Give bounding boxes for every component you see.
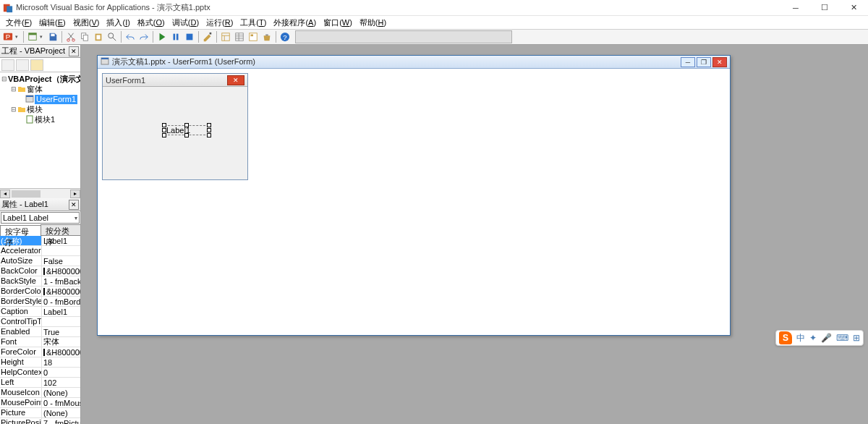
property-value[interactable]: 0 bbox=[42, 368, 80, 377]
child-close-button[interactable]: ✕ bbox=[712, 57, 727, 67]
reset-icon[interactable] bbox=[183, 30, 196, 43]
property-value[interactable]: 1 - fmBackSty bbox=[42, 276, 80, 286]
break-icon[interactable] bbox=[169, 30, 182, 43]
property-row[interactable]: PicturePositio7 - fmPicture bbox=[0, 418, 80, 424]
resize-handle[interactable] bbox=[207, 123, 211, 127]
property-row[interactable]: AutoSizeFalse bbox=[0, 256, 80, 266]
property-value[interactable]: False bbox=[42, 256, 80, 266]
property-row[interactable]: ControlTipText bbox=[0, 317, 80, 327]
help-icon[interactable]: ? bbox=[278, 30, 292, 43]
property-row[interactable]: HelpContextID0 bbox=[0, 368, 80, 378]
toolbox-icon[interactable] bbox=[260, 30, 273, 43]
ime-toolbar[interactable]: S 中 ✦ 🎤 ⌨ ⊞ bbox=[775, 330, 864, 346]
resize-handle[interactable] bbox=[184, 133, 189, 137]
property-value[interactable]: (None) bbox=[42, 388, 80, 397]
ime-softkb-button[interactable]: ⌨ bbox=[836, 333, 848, 343]
menu-d[interactable]: 调试(D) bbox=[169, 17, 202, 29]
tree-module1[interactable]: 模块1 bbox=[35, 115, 55, 124]
resize-handle[interactable] bbox=[162, 133, 166, 137]
menu-h[interactable]: 帮助(H) bbox=[357, 17, 389, 29]
label1-selection[interactable]: Label1 bbox=[162, 123, 211, 137]
properties-grid[interactable]: (名称)Label1AcceleratorAutoSizeFalseBackCo… bbox=[0, 236, 80, 424]
property-value[interactable]: 7 - fmPicture bbox=[42, 418, 80, 424]
resize-handle[interactable] bbox=[207, 133, 211, 137]
property-value[interactable]: 0 - fmBorderS bbox=[42, 297, 80, 306]
property-value[interactable]: 102 bbox=[42, 378, 80, 387]
menu-e[interactable]: 编辑(E) bbox=[36, 17, 69, 29]
property-row[interactable]: Picture(None) bbox=[0, 408, 80, 418]
property-value[interactable]: &H80000012& bbox=[42, 347, 80, 357]
property-row[interactable]: Height18 bbox=[0, 357, 80, 368]
window-maximize-button[interactable]: ☐ bbox=[810, 0, 839, 16]
property-value[interactable]: 18 bbox=[42, 357, 80, 367]
property-row[interactable]: MouseIcon(None) bbox=[0, 388, 80, 398]
menu-v[interactable]: 视图(V) bbox=[70, 17, 103, 29]
property-value[interactable]: (None) bbox=[42, 408, 80, 417]
property-row[interactable]: Font宋体 bbox=[0, 337, 80, 347]
ime-punct-button[interactable]: ✦ bbox=[809, 333, 817, 343]
save-icon[interactable] bbox=[46, 30, 59, 43]
userform-body[interactable]: Label1 bbox=[103, 87, 247, 179]
resize-handle[interactable] bbox=[162, 123, 166, 127]
menu-w[interactable]: 窗口(W) bbox=[320, 17, 355, 29]
resize-handle[interactable] bbox=[207, 128, 211, 132]
property-value[interactable]: &H8000000F& bbox=[42, 266, 80, 276]
property-value[interactable]: &H80000006& bbox=[42, 287, 80, 296]
project-hscrollbar[interactable]: ◂▸ bbox=[0, 188, 80, 198]
userform-canvas[interactable]: UserForm1 ✕ Label1 bbox=[102, 73, 248, 180]
view-object-icon[interactable] bbox=[16, 59, 29, 71]
property-row[interactable]: Left102 bbox=[0, 378, 80, 388]
run-icon[interactable] bbox=[156, 30, 169, 43]
paste-icon[interactable] bbox=[92, 30, 105, 43]
cut-icon[interactable] bbox=[64, 30, 77, 43]
designer-titlebar[interactable]: 演示文稿1.pptx - UserForm1 (UserForm) ─ ❐ ✕ bbox=[98, 56, 730, 69]
project-tree[interactable]: ⊟VBAProject（演示文稿 ⊟窗体 UserForm1 ⊟模块 模块1 bbox=[0, 72, 80, 188]
window-close-button[interactable]: ✕ bbox=[839, 0, 868, 16]
design-mode-icon[interactable] bbox=[201, 30, 214, 43]
ime-lang-button[interactable]: 中 bbox=[796, 332, 805, 344]
copy-icon[interactable] bbox=[78, 30, 91, 43]
tree-modules-folder[interactable]: 模块 bbox=[27, 105, 43, 114]
property-row[interactable]: BackStyle1 - fmBackSty bbox=[0, 276, 80, 287]
redo-icon[interactable] bbox=[137, 30, 150, 43]
insert-userform-icon[interactable] bbox=[26, 30, 39, 43]
tab-categorized[interactable]: 按分类序 bbox=[41, 224, 81, 235]
property-value[interactable]: True bbox=[42, 327, 80, 336]
view-powerpoint-icon[interactable]: P bbox=[1, 30, 14, 43]
project-panel-close-button[interactable]: ✕ bbox=[69, 46, 79, 56]
ime-logo-icon[interactable]: S bbox=[779, 331, 792, 344]
find-icon[interactable] bbox=[106, 30, 119, 43]
property-row[interactable]: CaptionLabel1 bbox=[0, 307, 80, 317]
undo-icon[interactable] bbox=[124, 30, 137, 43]
property-value[interactable]: 宋体 bbox=[42, 337, 80, 347]
dropdown-arrow-icon[interactable]: ▾ bbox=[15, 34, 21, 40]
properties-panel-close-button[interactable]: ✕ bbox=[69, 200, 79, 210]
property-value[interactable] bbox=[42, 317, 80, 326]
tree-root[interactable]: VBAProject（演示文稿 bbox=[8, 75, 80, 84]
resize-handle[interactable] bbox=[184, 123, 189, 127]
project-explorer-icon[interactable] bbox=[219, 30, 232, 43]
window-minimize-button[interactable]: ─ bbox=[781, 0, 810, 16]
tab-alphabetic[interactable]: 按字母序 bbox=[0, 225, 41, 236]
menu-r[interactable]: 运行(R) bbox=[203, 17, 236, 29]
property-value[interactable]: Label1 bbox=[42, 307, 80, 316]
menu-i[interactable]: 插入(I) bbox=[103, 17, 132, 29]
menu-t[interactable]: 工具(T) bbox=[237, 17, 269, 29]
properties-icon[interactable] bbox=[233, 30, 246, 43]
property-value[interactable]: Label1 bbox=[42, 236, 80, 245]
property-row[interactable]: BackColor&H8000000F& bbox=[0, 266, 80, 276]
object-browser-icon[interactable] bbox=[247, 30, 260, 43]
child-restore-button[interactable]: ❐ bbox=[697, 57, 711, 67]
resize-handle[interactable] bbox=[162, 128, 166, 132]
property-row[interactable]: BorderStyle0 - fmBorderS bbox=[0, 297, 80, 307]
ime-menu-button[interactable]: ⊞ bbox=[853, 333, 860, 343]
tree-forms-folder[interactable]: 窗体 bbox=[27, 85, 43, 94]
property-value[interactable]: 0 - fmMousePo bbox=[42, 398, 80, 407]
property-row[interactable]: EnabledTrue bbox=[0, 327, 80, 337]
properties-object-selector[interactable]: Label1 Label ▾ bbox=[1, 212, 80, 224]
child-minimize-button[interactable]: ─ bbox=[681, 57, 695, 67]
toggle-folders-icon[interactable] bbox=[30, 59, 43, 71]
view-code-icon[interactable] bbox=[1, 59, 14, 71]
menu-o[interactable]: 格式(O) bbox=[135, 17, 168, 29]
menu-f[interactable]: 文件(F) bbox=[3, 17, 35, 29]
